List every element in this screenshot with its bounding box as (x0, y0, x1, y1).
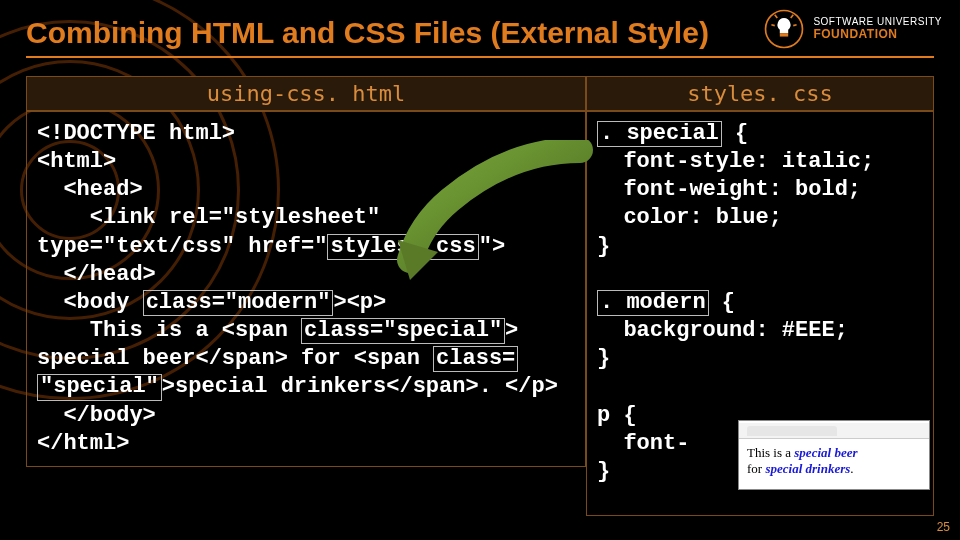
hl-special-value: "special" (37, 374, 162, 400)
html-code: <!DOCTYPE html> <html> <head> <link rel=… (26, 111, 586, 467)
title-underline (26, 56, 934, 58)
css-filename: styles. css (586, 76, 934, 111)
hl-sel-special: . special (597, 121, 722, 147)
hl-class-special-1: class="special" (301, 318, 505, 344)
svg-rect-1 (780, 33, 788, 36)
browser-preview: This is a special beer for special drink… (738, 420, 930, 490)
hl-class-attr: class= (433, 346, 518, 372)
html-filename: using-css. html (26, 76, 586, 111)
hl-styles-css: styles. css (327, 234, 478, 260)
preview-body: This is a special beer for special drink… (739, 439, 929, 483)
hl-sel-modern: . modern (597, 290, 709, 316)
brand-logo: SOFTWARE UNIVERSITY FOUNDATION (763, 8, 942, 50)
page-number: 25 (937, 520, 950, 534)
lightbulb-icon (763, 8, 805, 50)
hl-class-modern: class="modern" (143, 290, 334, 316)
preview-special-2: special drinkers (765, 461, 850, 476)
preview-tabbar (739, 423, 929, 439)
slide: SOFTWARE UNIVERSITY FOUNDATION Combining… (0, 0, 960, 540)
preview-special-1: special beer (794, 445, 857, 460)
logo-line2: FOUNDATION (813, 28, 942, 41)
